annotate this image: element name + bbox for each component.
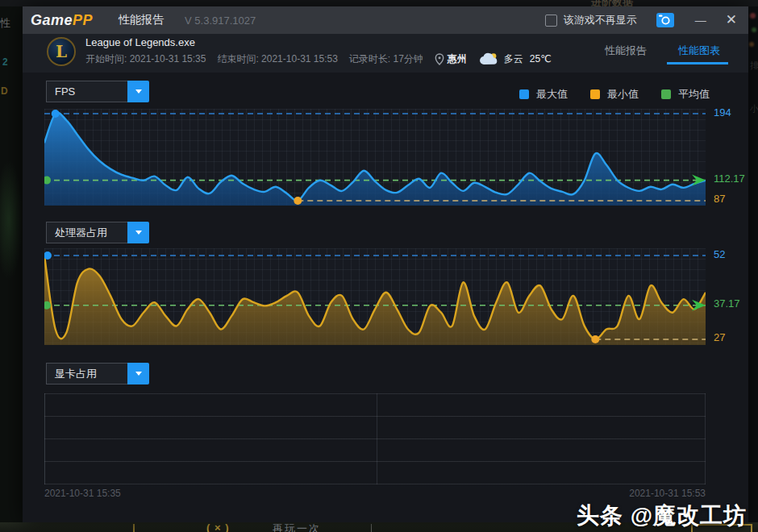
- fps-chart: [44, 109, 706, 206]
- background-speck: [749, 42, 754, 47]
- grid-line: [705, 393, 706, 484]
- chevron-down-icon: [135, 231, 142, 235]
- fps-max-value: 194: [714, 106, 731, 118]
- chevron-down-icon: [135, 89, 142, 94]
- cpu-min-value: 27: [714, 331, 725, 343]
- gpu-chart-empty: [44, 393, 706, 484]
- watermark: 头条 @魔改工坊: [577, 501, 747, 531]
- chevron-down-icon: [135, 372, 142, 376]
- active-tab-underline: [667, 62, 728, 64]
- dropdown-arrow-button[interactable]: [127, 363, 149, 384]
- box-cpu-svg: [44, 248, 706, 345]
- close-button[interactable]: ✕: [726, 14, 737, 27]
- background-glyph: 2: [2, 56, 8, 68]
- title-bar: GamePP 性能报告 V 5.3.917.1027 该游戏不再显示 — ✕: [23, 6, 748, 34]
- metric-select-cpu[interactable]: 处理器占用: [46, 222, 149, 243]
- weather-label: 多云: [504, 52, 523, 66]
- legend-avg: 平均值: [661, 87, 710, 102]
- game-close-button[interactable]: ( × ): [206, 522, 229, 532]
- background-glyph: 性: [0, 16, 10, 31]
- hide-game-checkbox[interactable]: [545, 15, 557, 27]
- time-axis: 2021-10-31 15:35 2021-10-31 15:53: [44, 488, 706, 499]
- weather-icon: [478, 52, 499, 66]
- game-icon: L: [47, 37, 76, 66]
- window-title: 性能报告: [119, 13, 164, 27]
- background-game-top: 进阶数据: [0, 0, 758, 6]
- background-game-left: 性 2 D: [0, 6, 23, 522]
- session-info: 开始时间: 2021-10-31 15:35 结束时间: 2021-10-31 …: [85, 52, 552, 66]
- fps-min-value: 87: [714, 193, 725, 205]
- legend-max-swatch: [519, 89, 529, 99]
- camera-icon: [656, 13, 674, 27]
- legend-min-swatch: [590, 89, 600, 99]
- game-replay-button[interactable]: 再玩一次: [273, 522, 321, 532]
- report-tabs: 性能报告 性能图表: [605, 44, 720, 58]
- metric-select-fps[interactable]: FPS: [46, 81, 149, 102]
- background-divider: [371, 524, 372, 532]
- dropdown-arrow-button[interactable]: [127, 81, 149, 102]
- legend-max: 最大值: [519, 87, 568, 102]
- gamepp-logo: GamePP: [31, 12, 93, 29]
- cpu-chart: [44, 248, 706, 345]
- minimize-button[interactable]: —: [695, 16, 706, 24]
- cpu-avg-value: 37.17: [714, 297, 740, 310]
- grid-line: [377, 393, 377, 484]
- hide-game-checkbox-label[interactable]: 该游戏不再显示: [564, 13, 637, 27]
- screenshot-button[interactable]: [656, 13, 674, 27]
- start-time-label: 开始时间: 2021-10-31 15:35: [85, 52, 206, 66]
- version-label: V 5.3.917.1027: [185, 15, 256, 27]
- axis-end-time: 2021-10-31 15:53: [629, 488, 706, 499]
- background-speck: [752, 27, 756, 32]
- report-header: L League of Legends.exe 开始时间: 2021-10-31…: [23, 34, 748, 73]
- tab-performance-report[interactable]: 性能报告: [605, 44, 647, 58]
- cpu-max-value: 52: [714, 248, 725, 260]
- game-name: League of Legends.exe: [85, 36, 195, 48]
- duration-label: 记录时长: 17分钟: [349, 52, 423, 66]
- location-pin-icon: [435, 53, 444, 65]
- metric-select-gpu[interactable]: 显卡占用: [46, 363, 149, 384]
- background-scenery: [0, 160, 23, 281]
- fps-avg-value: 112.17: [714, 172, 745, 185]
- axis-start-time: 2021-10-31 15:35: [44, 488, 121, 499]
- legend-avg-swatch: [661, 89, 671, 99]
- legend-min: 最小值: [590, 87, 639, 102]
- background-glyph: 排: [750, 60, 758, 72]
- gamepp-report-window: GamePP 性能报告 V 5.3.917.1027 该游戏不再显示 — ✕ L…: [23, 6, 748, 522]
- background-top-text: 进阶数据: [591, 0, 633, 6]
- background-divider: [133, 524, 135, 532]
- location-label: 惠州: [448, 52, 467, 66]
- tab-performance-chart[interactable]: 性能图表: [678, 44, 720, 58]
- background-game-right: 排 小: [748, 6, 758, 522]
- dropdown-arrow-button[interactable]: [127, 222, 149, 243]
- background-glyph: D: [1, 85, 8, 97]
- background-speck: [750, 13, 756, 19]
- end-time-label: 结束时间: 2021-10-31 15:53: [217, 52, 337, 66]
- box-fps-svg: [44, 109, 706, 206]
- background-glyph: 小: [750, 103, 758, 115]
- chart-legend: 最大值 最小值 平均值: [519, 87, 710, 102]
- temperature-label: 25℃: [530, 53, 552, 64]
